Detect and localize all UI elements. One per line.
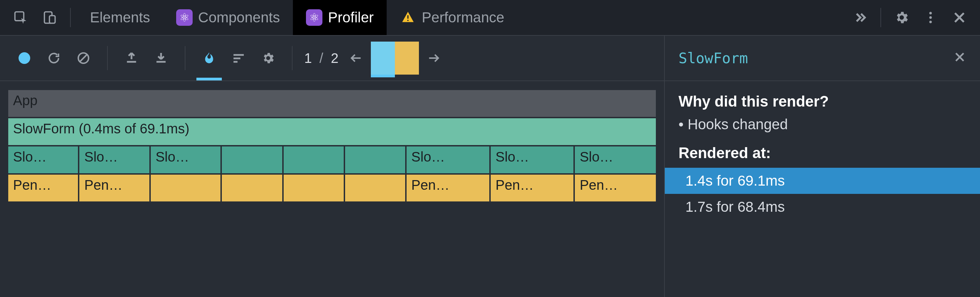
separator: [70, 8, 71, 27]
record-button[interactable]: [10, 36, 39, 80]
tab-performance[interactable]: Performance: [387, 0, 517, 35]
commit-bar-chart[interactable]: [371, 42, 419, 75]
separator: [880, 8, 881, 27]
tab-elements[interactable]: Elements: [77, 0, 163, 35]
react-atom-icon: ⚛: [306, 9, 323, 26]
warning-icon: [400, 9, 416, 26]
devtools-tabstrip: Elements ⚛ Components ⚛ Profiler Perform…: [0, 0, 980, 36]
flame-cell[interactable]: Pen…: [8, 175, 79, 201]
svg-rect-11: [234, 54, 244, 56]
tab-label: Components: [198, 9, 280, 26]
react-atom-icon: ⚛: [176, 9, 192, 26]
record-dot-icon: [19, 52, 30, 64]
flame-cell[interactable]: [284, 147, 345, 173]
ranked-view-button[interactable]: [224, 36, 253, 80]
flamegraph-view-button[interactable]: [194, 36, 224, 80]
export-button[interactable]: [146, 36, 176, 80]
profiler-settings-button[interactable]: [253, 36, 283, 80]
flame-label: SlowForm (0.4ms of 69.1ms): [13, 121, 189, 136]
tab-label: Profiler: [328, 9, 374, 26]
reload-and-record-button[interactable]: [39, 36, 69, 80]
flame-cell[interactable]: [222, 147, 283, 173]
flame-cell[interactable]: Slo…: [151, 147, 222, 173]
commit-bar[interactable]: [371, 42, 395, 75]
settings-icon[interactable]: [887, 3, 916, 32]
kebab-menu-icon[interactable]: [916, 3, 945, 32]
flame-cell[interactable]: Slo…: [575, 147, 656, 173]
close-selection-icon[interactable]: [953, 50, 966, 67]
flame-cell[interactable]: Slo…: [8, 147, 79, 173]
next-commit-button[interactable]: [419, 36, 449, 80]
why-render-reason: • Hooks changed: [679, 116, 980, 133]
flame-cell[interactable]: Pen…: [79, 175, 150, 201]
rendered-at-title: Rendered at:: [679, 144, 980, 161]
commit-total: 2: [331, 51, 338, 66]
flame-cell[interactable]: [345, 175, 407, 201]
tab-profiler[interactable]: ⚛ Profiler: [293, 0, 387, 35]
inspect-element-icon[interactable]: [6, 3, 35, 32]
more-tabs-icon[interactable]: [845, 3, 874, 32]
selection-header: SlowForm: [664, 36, 980, 80]
flame-cell[interactable]: [345, 147, 407, 173]
selected-component-name: SlowForm: [679, 50, 953, 67]
commit-index: 1: [304, 51, 312, 66]
svg-rect-13: [234, 61, 238, 62]
flame-cell[interactable]: Pen…: [407, 175, 491, 201]
svg-point-5: [929, 12, 932, 14]
svg-rect-10: [157, 61, 166, 62]
flame-cell[interactable]: Slo…: [407, 147, 491, 173]
commit-sep: /: [319, 51, 323, 66]
device-toolbar-icon[interactable]: [35, 3, 64, 32]
flame-cell[interactable]: Pen…: [575, 175, 656, 201]
clear-button[interactable]: [69, 36, 98, 80]
flame-cell[interactable]: Slo…: [491, 147, 575, 173]
flame-cell-app[interactable]: App: [8, 90, 656, 117]
tab-components[interactable]: ⚛ Components: [163, 0, 293, 35]
tab-label: Performance: [422, 9, 504, 26]
svg-rect-2: [49, 16, 55, 23]
tab-label: Elements: [90, 9, 150, 26]
separator: [292, 46, 293, 70]
detail-pane: Why did this render? • Hooks changed Ren…: [664, 81, 980, 297]
flame-cell[interactable]: [284, 175, 345, 201]
close-devtools-icon[interactable]: [945, 3, 974, 32]
flame-cell[interactable]: Pen…: [491, 175, 575, 201]
svg-rect-12: [234, 57, 240, 59]
separator: [185, 46, 185, 70]
svg-point-6: [929, 16, 932, 19]
why-render-title: Why did this render?: [679, 93, 980, 110]
prev-commit-button[interactable]: [341, 36, 371, 80]
svg-rect-3: [407, 15, 409, 19]
commit-navigator: 1 / 2: [301, 51, 341, 66]
flame-cell[interactable]: [151, 175, 222, 201]
import-button[interactable]: [117, 36, 146, 80]
render-list-item[interactable]: 1.7s for 68.4ms: [665, 194, 980, 220]
commit-bar[interactable]: [395, 42, 419, 75]
render-list-item[interactable]: 1.4s for 69.1ms: [665, 168, 980, 194]
separator: [107, 46, 108, 70]
flame-cell-slowform[interactable]: SlowForm (0.4ms of 69.1ms): [8, 118, 656, 145]
flame-cell[interactable]: [222, 175, 283, 201]
svg-rect-4: [407, 20, 409, 21]
svg-point-7: [929, 21, 932, 23]
flame-cell[interactable]: Slo…: [79, 147, 150, 173]
profiler-toolbar: 1 / 2 SlowForm: [0, 36, 980, 81]
flame-label: App: [13, 93, 37, 108]
flamegraph-pane: App SlowForm (0.4ms of 69.1ms) Slo…Slo…S…: [0, 81, 664, 297]
svg-rect-9: [127, 61, 136, 62]
